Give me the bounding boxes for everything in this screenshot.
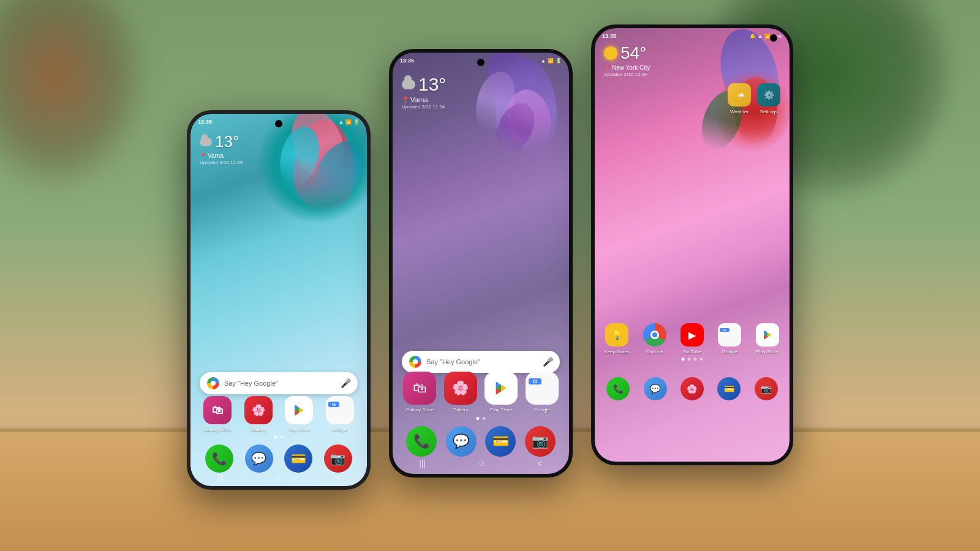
phone-center-nav: ||| ○ < xyxy=(393,458,569,469)
phone-right-top-apps: 🌤️ Weather ⚙️ Settings xyxy=(728,83,780,114)
phone-center-status-icons: ▲ 📶 🔋 xyxy=(541,58,562,64)
nav-recent-center[interactable]: ||| xyxy=(419,459,426,468)
phone-left-search-text: Say "Hey Google" xyxy=(224,380,336,387)
app-play-store-left[interactable]: Play Store xyxy=(281,396,317,432)
svg-marker-7 xyxy=(501,385,506,392)
app-chrome-right[interactable]: Chrome xyxy=(637,323,671,354)
app-galaxy-store-left[interactable]: 🛍 Galaxy Store xyxy=(200,396,236,432)
phone-right-screen: 13:35 🔔 ▲ 📶 89% 54° 📍 New York City xyxy=(595,28,790,462)
app-messages-center[interactable]: 💬 xyxy=(446,426,477,457)
nav-back-center[interactable]: < xyxy=(538,459,543,468)
phone-right-dots xyxy=(682,358,703,361)
app-camera-right[interactable]: 📷 xyxy=(755,377,778,400)
phones-container: 13:35 ▲ 📶 🔋 13° 📍 Varna xyxy=(0,0,980,551)
phone-center-screen: 13:35 ▲ 📶 🔋 13° 📍 Varna xyxy=(393,53,569,474)
nav-home-left[interactable]: ○ xyxy=(277,472,283,483)
app-camera-left[interactable]: 📷 xyxy=(324,444,352,473)
phone-center-search-text: Say "Hey Google" xyxy=(426,358,538,365)
phone-right-app-row: 💡 Keep Notes Chrome ▶ You xyxy=(600,323,785,354)
phone-right-weather: 54° 📍 New York City Updated 2/10 13:00 xyxy=(604,43,650,77)
phone-left-app-grid: 🛍 Galaxy Store 🌸 Gallery Play Stor xyxy=(200,396,358,432)
nav-recent-left[interactable]: ||| xyxy=(217,473,224,482)
phone-right: 13:35 🔔 ▲ 📶 89% 54° 📍 New York City xyxy=(591,24,793,465)
phone-right-location: 📍 New York City xyxy=(604,64,650,71)
mic-icon-left[interactable]: 🎤 xyxy=(341,378,350,388)
phone-left-temp: 13° xyxy=(215,132,239,151)
phone-left-time: 13:35 xyxy=(198,119,212,125)
phone-center-time: 13:35 xyxy=(400,58,414,64)
phone-left-dots xyxy=(274,435,284,438)
phone-center-weather: 13° 📍 Varna Updated 3/10 11:34 xyxy=(402,74,446,110)
app-play-store-right[interactable]: Play Store xyxy=(750,323,785,354)
phone-left-status-icons: ▲ 📶 🔋 xyxy=(339,119,360,125)
phone-right-dock: 📞 💬 🌸 💳 xyxy=(600,377,785,400)
app-keep-right[interactable]: 💡 Keep Notes xyxy=(600,323,634,354)
app-weather-right[interactable]: 🌤️ Weather xyxy=(728,83,751,114)
phone-right-status-icons: 🔔 ▲ 📶 89% xyxy=(750,34,782,39)
phone-center-temp: 13° xyxy=(418,74,446,95)
phone-center-app-grid: 🛍 Galaxy Store 🌸 Gallery Play Stor xyxy=(402,372,560,413)
app-google-left[interactable]: G Google xyxy=(322,396,358,432)
nav-back-left[interactable]: < xyxy=(336,473,341,482)
app-messages-left[interactable]: 💬 xyxy=(245,444,273,473)
svg-marker-11 xyxy=(767,332,771,337)
phone-center-location: 📍 Varna xyxy=(402,96,446,103)
phone-left-dock: 📞 💬 💳 📷 xyxy=(200,444,358,473)
nav-home-center[interactable]: ○ xyxy=(479,458,485,469)
google-g-icon-center xyxy=(409,356,421,368)
phone-right-updated: Updated 2/10 13:00 xyxy=(604,72,650,77)
phone-right-time: 13:35 xyxy=(602,33,616,39)
app-gallery-right[interactable]: 🌸 xyxy=(680,377,704,400)
app-pay-left[interactable]: 💳 xyxy=(284,444,312,473)
app-camera-center[interactable]: 📷 xyxy=(525,426,556,457)
phone-right-temp: 54° xyxy=(620,43,646,63)
phone-center: 13:35 ▲ 📶 🔋 13° 📍 Varna xyxy=(389,49,573,478)
app-pay-right[interactable]: 💳 xyxy=(717,377,741,400)
phone-left-nav: ||| ○ < xyxy=(190,472,367,483)
phone-left-search[interactable]: Say "Hey Google" 🎤 xyxy=(200,372,358,394)
phone-left-camera xyxy=(275,120,282,127)
app-google-center[interactable]: G Google xyxy=(524,372,560,413)
phone-right-status-bar: 13:35 🔔 ▲ 📶 89% xyxy=(602,33,782,39)
app-gallery-center[interactable]: 🌸 Gallery xyxy=(443,372,479,413)
app-google-right[interactable]: G Google xyxy=(712,323,747,354)
phone-left-updated: Updated 3/10 11:09 xyxy=(200,160,243,165)
app-phone-left[interactable]: 📞 xyxy=(205,444,233,473)
app-messages-right[interactable]: 💬 xyxy=(644,377,667,400)
phone-left-screen: 13:35 ▲ 📶 🔋 13° 📍 Varna xyxy=(190,114,367,486)
phone-center-updated: Updated 3/10 11:34 xyxy=(402,104,446,110)
phone-center-dock: 📞 💬 💳 📷 xyxy=(402,426,560,457)
mic-icon-center[interactable]: 🎤 xyxy=(543,357,552,367)
phone-right-camera xyxy=(770,34,777,42)
app-youtube-right[interactable]: ▶ YouTube xyxy=(675,323,709,354)
phone-center-dots xyxy=(477,417,486,420)
app-pay-center[interactable]: 💳 xyxy=(485,426,516,457)
phone-left: 13:35 ▲ 📶 🔋 13° 📍 Varna xyxy=(187,110,371,490)
app-play-store-center[interactable]: Play Store xyxy=(483,372,519,413)
app-settings-right[interactable]: ⚙️ Settings xyxy=(757,83,780,114)
app-phone-right[interactable]: 📞 xyxy=(606,377,630,400)
app-gallery-left[interactable]: 🌸 Gallery xyxy=(241,396,277,432)
phone-center-search[interactable]: Say "Hey Google" 🎤 xyxy=(402,351,560,373)
svg-marker-3 xyxy=(299,408,303,413)
app-galaxy-store-center[interactable]: 🛍 Galaxy Store xyxy=(402,372,438,413)
phone-left-location: 📍 Varna xyxy=(200,152,243,159)
phone-center-camera xyxy=(477,59,484,66)
app-phone-center[interactable]: 📞 xyxy=(406,426,437,457)
phone-left-weather: 13° 📍 Varna Updated 3/10 11:09 xyxy=(200,132,243,165)
google-g-icon-left xyxy=(207,377,219,389)
